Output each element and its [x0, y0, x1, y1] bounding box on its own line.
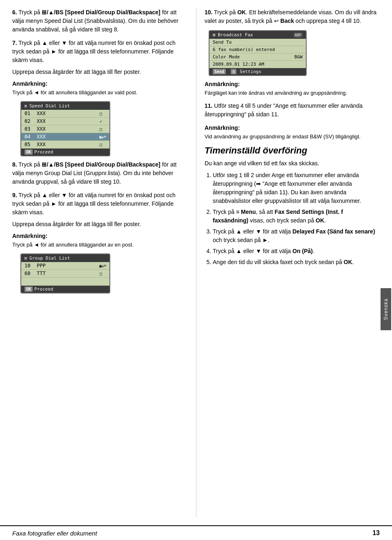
group-dial-header: ⊞ Group Dial List — [21, 254, 109, 262]
broadcast-title: Broadcast Fax — [218, 32, 253, 38]
item-11-num: 11. — [205, 102, 212, 109]
item-9-anm-title: Anmärkning: — [12, 232, 188, 240]
item-6-text: 6. Tryck på ⊞/▲/BS [Speed Dial/Group Dia… — [12, 8, 188, 34]
item-7-anm-title: Anmärkning: — [12, 80, 188, 88]
send-to-label: Send To — [213, 40, 232, 45]
anm1-title: Anmärkning: — [205, 80, 380, 89]
send-btn: Send — [213, 69, 226, 74]
anm2-block: Anmärkning: Vid användning av gruppsändn… — [205, 124, 380, 140]
group-dial-screen: ⊞ Group Dial List 10 PPP ▣ ▲▼ 60 TTT □ — [20, 253, 110, 293]
item-6-num: 6. — [12, 9, 17, 16]
broadcast-footer: Send ≡ Settings — [209, 68, 306, 75]
broadcast-screen: ⊞ Broadcast Fax ADF Send To 6 fax number… — [209, 30, 307, 76]
lcd-row-1: 01 XXX □ — [21, 110, 109, 118]
lcd-row-4: 04 XXX ▣ ▲▼ — [21, 133, 109, 141]
speed-dial-icon: ⊞ — [24, 104, 27, 108]
item-9-text1: 9. Tryck på ▲ eller ▼ för att välja numr… — [12, 191, 188, 217]
left-column: 6. Tryck på ⊞/▲/BS [Speed Dial/Group Dia… — [12, 8, 196, 517]
datetime-label: 2009.09.01 12:23 AM — [213, 62, 264, 67]
timer-heading: Timerinställd överföring — [205, 145, 380, 156]
lcd-row-5: 05 XXX □ — [21, 141, 109, 149]
ok-button-group: OK — [24, 287, 33, 292]
svenska-tab: Svenska — [381, 288, 391, 330]
timer-step-2: Tryck på ≡ Menu, så att Fax Send Setting… — [213, 208, 380, 225]
broadcast-icon: ⊞ — [213, 32, 216, 38]
speed-dial-screen: ⊞ Speed Dial List 01 XXX □ 02 XXX ✓ 03 — [20, 101, 110, 156]
group-dial-title: Group Dial List — [29, 256, 70, 261]
item-7-num: 7. — [12, 40, 17, 46]
settings-btn: ≡ — [231, 69, 236, 74]
color-mode-label: Color Mode — [213, 54, 240, 60]
timer-section: Timerinställd överföring Du kan ange vid… — [205, 145, 380, 267]
item-6-block: 6. Tryck på ⊞/▲/BS [Speed Dial/Group Dia… — [12, 8, 188, 34]
item-8-num: 8. — [12, 161, 17, 168]
ok-button-speed: OK — [24, 149, 33, 155]
footer-page-num: 13 — [372, 529, 380, 537]
timer-steps-list: Utför steg 1 till 2 under Ange ett faxnu… — [205, 171, 380, 267]
group-scroll-space — [21, 278, 109, 286]
group-dial-footer: OK Proceed — [21, 286, 109, 293]
item-11-text: 11. Utför steg 4 till 5 under "Ange ett … — [205, 102, 380, 119]
item-10-text: 10. Tryck på OK. Ett bekräftelsemeddelan… — [205, 8, 380, 25]
speed-dial-footer: OK Proceed — [21, 149, 109, 156]
anm2-text: Vid användning av gruppsändning är endas… — [205, 133, 380, 140]
anm2-title: Anmärkning: — [205, 124, 380, 132]
broadcast-row-3: Color Mode B&W — [209, 53, 306, 61]
lcd-row-2: 02 XXX ✓ — [21, 118, 109, 125]
timer-step-1: Utför steg 1 till 2 under Ange ett faxnu… — [213, 171, 380, 205]
timer-step-5: Ange den tid du vill skicka faxet och tr… — [213, 258, 380, 267]
speed-dial-header: ⊞ Speed Dial List — [21, 102, 109, 110]
group-row-1: 10 PPP ▣ ▲▼ — [21, 262, 109, 270]
group-row-2: 60 TTT □ — [21, 270, 109, 278]
item-10-block: 10. Tryck på OK. Ett bekräftelsemeddelan… — [205, 8, 380, 25]
broadcast-row-4: 2009.09.01 12:23 AM — [209, 61, 306, 68]
adf-badge: ADF — [294, 33, 303, 38]
item-9-block: 9. Tryck på ▲ eller ▼ för att välja numr… — [12, 191, 188, 249]
item-11-block: 11. Utför steg 4 till 5 under "Ange ett … — [205, 102, 380, 119]
content-area: 6. Tryck på ⊞/▲/BS [Speed Dial/Group Dia… — [0, 0, 392, 525]
fax-count-label: 6 fax number(s) entered — [213, 47, 275, 52]
item-9-num: 9. — [12, 192, 17, 198]
lcd-row-3: 03 XXX □ — [21, 125, 109, 133]
item-7-text1: 7. Tryck på ▲ eller ▼ för att välja numr… — [12, 39, 188, 64]
timer-step-3: Tryck på ▲ eller ▼ för att välja Delayed… — [213, 227, 380, 244]
item-9-anm-text: Tryck på ◄ för att annullera tilläggande… — [12, 241, 188, 249]
timer-step-4: Tryck på ▲ eller ▼ för att välja On (På)… — [213, 247, 380, 256]
timer-intro: Du kan ange vid vilken tid ett fax ska s… — [205, 159, 380, 168]
item-9-text2: Upprepa dessa åtgärder för att lägga til… — [12, 220, 188, 229]
color-mode-value: B&W — [294, 54, 303, 60]
page-container: 6. Tryck på ⊞/▲/BS [Speed Dial/Group Dia… — [0, 0, 392, 540]
item-7-text2: Upprepa dessa åtgärder för att lägga til… — [12, 68, 188, 76]
anm1-block: Anmärkning: Färgläget kan inte ändras vi… — [205, 80, 380, 97]
right-column: 10. Tryck på OK. Ett bekräftelsemeddelan… — [196, 8, 380, 517]
anm1-text: Färgläget kan inte ändras vid användning… — [205, 89, 380, 97]
footer-left-text: Faxa fotografier eller dokument — [12, 530, 97, 537]
item-10-num: 10. — [205, 9, 212, 16]
speed-dial-title: Speed Dial List — [29, 103, 70, 109]
broadcast-row-1: Send To — [209, 39, 306, 46]
proceed-label-group: Proceed — [34, 287, 53, 292]
settings-label: Settings — [240, 69, 261, 74]
item-8-text: 8. Tryck på ⊞/▲/BS [Speed Dial/Group Dia… — [12, 160, 188, 186]
item-8-block: 8. Tryck på ⊞/▲/BS [Speed Dial/Group Dia… — [12, 160, 188, 186]
broadcast-header: ⊞ Broadcast Fax ADF — [209, 31, 306, 39]
item-7-block: 7. Tryck på ▲ eller ▼ för att välja numr… — [12, 39, 188, 96]
broadcast-row-2: 6 fax number(s) entered — [209, 46, 306, 53]
group-dial-icon: ⊞ — [24, 256, 27, 260]
item-7-anm-text: Tryck på ◄ för att annullera tilläggande… — [12, 89, 188, 96]
proceed-label-speed: Proceed — [34, 149, 53, 155]
footer: Faxa fotografier eller dokument 13 — [0, 525, 392, 540]
